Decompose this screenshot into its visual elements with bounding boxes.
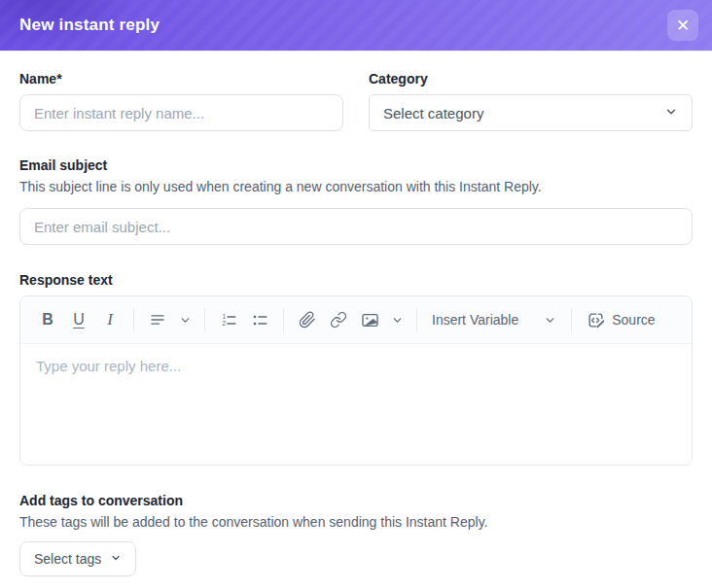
select-tags-label: Select tags xyxy=(34,551,101,567)
tags-group: Add tags to conversation These tags will… xyxy=(19,493,693,576)
category-selected-value: Select category xyxy=(383,105,483,121)
insert-variable-button[interactable]: Insert Variable xyxy=(426,304,562,335)
response-text-group: Response text B U I xyxy=(19,272,693,466)
reply-text-area[interactable]: Type your reply here... xyxy=(20,344,692,465)
email-subject-input[interactable] xyxy=(19,208,693,245)
align-dropdown-button[interactable] xyxy=(174,304,196,335)
insert-image-button[interactable] xyxy=(355,304,384,335)
response-text-label: Response text xyxy=(19,272,693,288)
email-subject-helper: This subject line is only used when crea… xyxy=(19,179,693,194)
svg-text:1: 1 xyxy=(222,312,226,319)
rich-text-editor: B U I xyxy=(19,295,693,466)
toolbar-divider xyxy=(571,308,572,331)
align-left-icon xyxy=(149,311,166,329)
bullet-list-button[interactable] xyxy=(245,304,274,335)
new-instant-reply-modal: New instant reply ✕ Name* Category Selec… xyxy=(0,0,712,588)
source-label: Source xyxy=(612,312,655,328)
editor-toolbar: B U I xyxy=(20,296,692,344)
tags-label: Add tags to conversation xyxy=(19,493,693,508)
bold-button[interactable]: B xyxy=(33,304,62,335)
name-field-group: Name* xyxy=(19,71,343,131)
name-input[interactable] xyxy=(19,94,343,131)
ordered-list-icon: 1 2 xyxy=(220,311,238,329)
toolbar-divider xyxy=(416,308,417,331)
name-category-row: Name* Category Select category xyxy=(19,71,693,131)
link-icon xyxy=(330,311,347,329)
svg-text:2: 2 xyxy=(222,320,226,327)
toolbar-divider xyxy=(283,308,284,331)
image-icon xyxy=(361,311,379,329)
email-subject-group: Email subject This subject line is only … xyxy=(19,157,693,245)
underline-button[interactable]: U xyxy=(64,304,93,335)
source-button[interactable]: Source xyxy=(581,304,660,335)
chevron-down-icon xyxy=(179,314,192,327)
email-subject-label: Email subject xyxy=(19,157,693,173)
chevron-down-icon xyxy=(110,551,122,567)
modal-body: Name* Category Select category Email sub… xyxy=(0,51,712,588)
attach-file-button[interactable] xyxy=(293,304,322,335)
source-code-icon xyxy=(587,311,605,329)
chevron-down-icon xyxy=(664,105,678,121)
name-label: Name* xyxy=(19,71,343,86)
chevron-down-icon xyxy=(391,314,404,327)
chevron-down-icon xyxy=(544,314,556,327)
tags-helper: These tags will be added to the conversa… xyxy=(19,514,693,530)
category-label: Category xyxy=(369,71,693,86)
italic-button[interactable]: I xyxy=(95,304,125,335)
close-button[interactable]: ✕ xyxy=(667,10,698,41)
category-select[interactable]: Select category xyxy=(369,94,693,131)
modal-title: New instant reply xyxy=(19,16,160,35)
reply-placeholder: Type your reply here... xyxy=(36,358,181,374)
insert-variable-label: Insert Variable xyxy=(432,312,518,328)
category-field-group: Category Select category xyxy=(369,71,693,131)
align-button[interactable] xyxy=(143,304,172,335)
toolbar-divider xyxy=(133,308,134,331)
ordered-list-button[interactable]: 1 2 xyxy=(214,304,243,335)
toolbar-divider xyxy=(204,308,205,331)
insert-link-button[interactable] xyxy=(324,304,353,335)
image-dropdown-button[interactable] xyxy=(386,304,408,335)
paperclip-icon xyxy=(299,311,316,329)
modal-header: New instant reply ✕ xyxy=(0,0,712,51)
select-tags-button[interactable]: Select tags xyxy=(19,541,136,576)
bullet-list-icon xyxy=(251,311,269,329)
close-icon: ✕ xyxy=(676,17,690,34)
